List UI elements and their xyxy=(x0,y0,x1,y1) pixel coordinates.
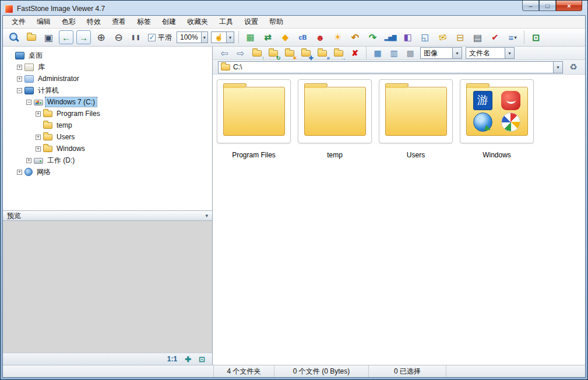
menu-file[interactable]: 文件 xyxy=(12,17,26,27)
rotate-right-icon[interactable]: ↷ xyxy=(365,30,380,44)
folder-name: Program Files xyxy=(217,151,291,159)
screen-capture-icon[interactable]: ◱ xyxy=(418,30,432,44)
tree-item-drive-d[interactable]: 工作 (D:) xyxy=(3,154,212,166)
nav-back-icon[interactable]: ⇦ xyxy=(218,48,231,59)
menu-tag[interactable]: 标签 xyxy=(137,17,151,27)
expand-icon[interactable] xyxy=(17,170,22,175)
menu-colors[interactable]: 色彩 xyxy=(62,17,76,27)
folder-thumbnail xyxy=(379,79,453,143)
folder-thumbnail: 游 xyxy=(460,79,534,143)
titlebar[interactable]: FastStone Image Viewer 4.7 – □ × xyxy=(2,2,586,15)
menu-favorites[interactable]: 收藏夹 xyxy=(187,17,208,27)
next-image-icon[interactable]: → xyxy=(76,30,91,44)
expand-icon[interactable] xyxy=(17,76,22,82)
tree-item-program-files[interactable]: Program Files xyxy=(3,108,212,119)
sort-mode-select[interactable]: 文件名 ▾ xyxy=(466,47,515,59)
tree-item-administrator[interactable]: Administrator xyxy=(3,73,212,85)
grid-item-windows[interactable]: 游 Windows xyxy=(460,79,534,159)
rotate-left-icon[interactable]: ↶ xyxy=(348,30,362,44)
browse-files-icon[interactable] xyxy=(6,30,21,44)
fullscreen-icon[interactable]: ⊡ xyxy=(529,30,543,44)
detail-view-icon[interactable]: ▩ xyxy=(404,48,417,59)
compare-images-icon[interactable]: ◧ xyxy=(400,30,415,44)
nav-forward-icon[interactable]: ⇨ xyxy=(234,48,247,59)
tree-item-drive-c[interactable]: Windows 7 (C:) xyxy=(3,96,212,108)
clipboard-icon[interactable]: cB xyxy=(295,30,310,44)
expand-icon[interactable] xyxy=(36,111,41,117)
list-view-icon[interactable]: ▥ xyxy=(388,48,400,59)
folder-thumbnail xyxy=(217,79,291,143)
tree-item-network[interactable]: 网络 xyxy=(3,166,212,178)
smooth-checkbox[interactable] xyxy=(148,34,156,41)
menu-help[interactable]: 帮助 xyxy=(269,17,283,27)
delete-icon[interactable]: ✘ xyxy=(348,48,361,59)
up-folder-icon[interactable]: ↑ xyxy=(251,48,263,59)
folder-name: Users xyxy=(379,151,453,159)
tree-item-users[interactable]: Users xyxy=(3,131,212,143)
maximize-button[interactable]: □ xyxy=(539,1,556,11)
menu-create[interactable]: 创建 xyxy=(162,17,176,27)
preview-title: 预览 xyxy=(7,211,21,221)
collapse-icon[interactable] xyxy=(17,88,22,93)
actual-size-icon[interactable]: ❚❚ xyxy=(129,30,143,44)
verify-icon[interactable]: ✔ xyxy=(488,30,502,44)
tree-item-windows[interactable]: Windows xyxy=(3,143,212,154)
address-bar[interactable]: C:\ ▾ xyxy=(218,61,563,73)
expand-icon[interactable] xyxy=(36,146,41,152)
move-to-folder-icon[interactable]: → xyxy=(332,48,345,59)
red-eye-removal-icon[interactable]: ☻ xyxy=(313,30,328,44)
tree-item-desktop[interactable]: 桌面 xyxy=(3,50,212,61)
new-folder-icon[interactable]: ✚ xyxy=(300,48,312,59)
thumbnail-view-icon[interactable]: ▦ xyxy=(371,48,384,59)
minimize-button[interactable]: – xyxy=(522,1,539,11)
open-folder-icon[interactable] xyxy=(24,30,38,44)
computer-icon xyxy=(24,87,34,94)
zoom-in-icon[interactable]: ⊕ xyxy=(94,30,108,44)
expand-icon[interactable] xyxy=(26,158,31,163)
collapse-preview-icon[interactable]: ▾ xyxy=(205,213,208,219)
options-icon[interactable]: ≡▾ xyxy=(505,30,520,44)
chevron-down-icon[interactable]: ▾ xyxy=(505,48,514,58)
tree-item-libraries[interactable]: 库 xyxy=(3,61,212,73)
tree-item-computer[interactable]: 计算机 xyxy=(3,85,212,96)
zoom-out-icon[interactable]: ⊖ xyxy=(111,30,126,44)
previous-image-icon[interactable]: ← xyxy=(59,30,73,44)
chevron-down-icon[interactable]: ▾ xyxy=(452,48,462,58)
menu-effects[interactable]: 特效 xyxy=(87,17,101,27)
menu-edit[interactable]: 编辑 xyxy=(37,17,51,27)
expand-icon[interactable] xyxy=(36,135,41,140)
tree-item-temp[interactable]: temp xyxy=(3,119,212,131)
acquire-icon[interactable]: ⊟ xyxy=(453,30,467,44)
lock-frame-icon[interactable]: ⊡ xyxy=(199,355,205,364)
chevron-down-icon[interactable]: ▾ xyxy=(201,32,207,43)
zoom-select[interactable]: 100% ▾ xyxy=(177,31,208,43)
refresh-folder-icon[interactable]: ↻ xyxy=(267,48,280,59)
window-title: FastStone Image Viewer 4.7 xyxy=(17,5,105,13)
chevron-down-icon[interactable]: ▾ xyxy=(553,62,562,73)
grid-item-users[interactable]: Users xyxy=(379,79,453,159)
collapse-icon[interactable] xyxy=(26,100,31,105)
fit-window-icon[interactable]: ✚ xyxy=(185,355,191,364)
close-button[interactable]: × xyxy=(556,1,582,11)
tag-icon[interactable]: ◆ xyxy=(278,30,293,44)
menu-tools[interactable]: 工具 xyxy=(219,17,233,27)
histogram-icon[interactable]: ▂▅▇ xyxy=(383,30,397,44)
expand-icon[interactable] xyxy=(17,65,22,70)
preview-header[interactable]: 预览 ▾ xyxy=(3,210,212,221)
copy-to-folder-icon[interactable]: » xyxy=(316,48,329,59)
menu-settings[interactable]: 设置 xyxy=(244,17,258,27)
menu-view[interactable]: 查看 xyxy=(112,17,126,27)
email-icon[interactable]: ✉ xyxy=(434,29,451,46)
batch-convert-icon[interactable]: ⇄ xyxy=(260,30,275,44)
slideshow-icon[interactable]: ▦ xyxy=(243,30,258,44)
recycle-bin-icon[interactable]: ♻ xyxy=(567,62,580,73)
grid-item-program-files[interactable]: Program Files xyxy=(217,79,291,159)
save-icon[interactable]: ▣ xyxy=(41,30,56,44)
hand-tool-select[interactable]: ☝ ▾ xyxy=(211,31,234,43)
favorite-folder-icon[interactable]: ✶ xyxy=(283,48,296,59)
print-icon[interactable]: ▤ xyxy=(470,30,485,44)
view-mode-select[interactable]: 图像 ▾ xyxy=(420,47,462,59)
grid-item-temp[interactable]: temp xyxy=(298,79,372,159)
enhance-colors-icon[interactable]: ☀ xyxy=(330,30,345,44)
chevron-down-icon[interactable]: ▾ xyxy=(226,32,234,43)
